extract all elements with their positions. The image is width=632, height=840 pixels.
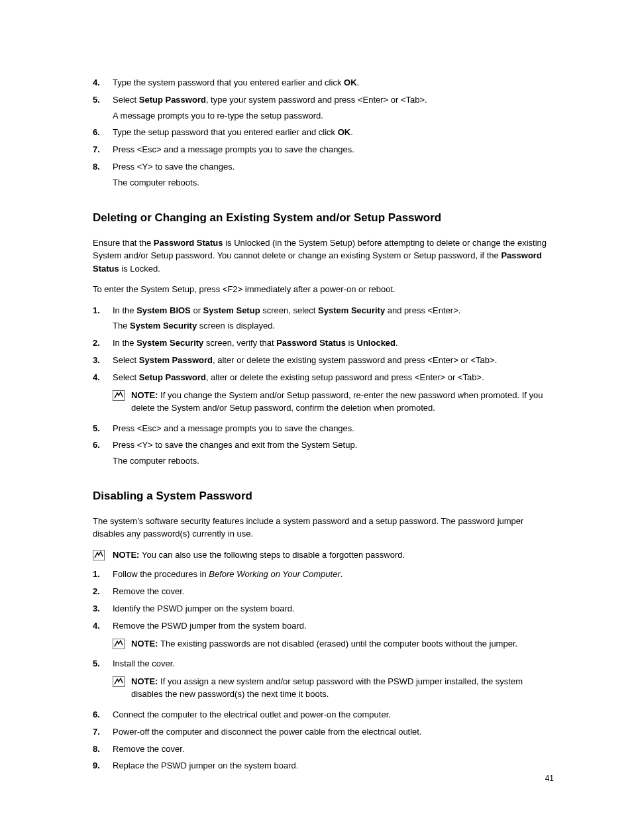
step-body: Follow the procedures in Before Working … <box>113 568 556 582</box>
text-run: NOTE: <box>131 676 160 686</box>
text-run: and press <Enter>. <box>385 305 460 315</box>
step-item: 5.Press <Esc> and a message prompts you … <box>93 422 556 436</box>
step-body: Type the system password that you entere… <box>113 76 556 90</box>
step-body: Remove the cover. <box>113 743 556 757</box>
step-item: 4.Select Setup Password, alter or delete… <box>93 371 556 419</box>
step-item: 7.Power-off the computer and disconnect … <box>93 725 556 739</box>
step-text: Remove the cover. <box>113 585 556 599</box>
text-run: System Password <box>139 355 213 365</box>
text-run: NOTE: <box>131 639 160 649</box>
text-run: Select <box>113 355 139 365</box>
text-run: In the <box>113 305 136 315</box>
step-item: 9.Replace the PSWD jumper on the system … <box>93 759 556 773</box>
section3-top-note: NOTE: You can also use the following ste… <box>93 549 556 562</box>
text-run: Type the setup password that you entered… <box>113 127 338 137</box>
heading-disabling: Disabling a System Password <box>93 490 556 503</box>
text-run: Password Status <box>276 338 346 348</box>
step-text: Select Setup Password, alter or delete t… <box>113 371 556 385</box>
text-run: OK <box>338 127 351 137</box>
step-number: 8. <box>93 160 113 174</box>
step-body: Identify the PSWD jumper on the system b… <box>113 602 556 616</box>
text-run: NOTE: <box>131 390 160 400</box>
step-number: 3. <box>93 354 113 368</box>
step-text: Press <Y> to save the changes. <box>113 160 556 174</box>
heading-deleting-changing: Deleting or Changing an Existing System … <box>93 211 556 225</box>
text-run: is <box>346 338 357 348</box>
text-run: screen, select <box>260 305 318 315</box>
text-run: . <box>341 569 343 579</box>
text-run: Setup Password <box>139 372 206 382</box>
step-body: In the System Security screen, verify th… <box>113 337 556 350</box>
step-subtext: A message prompts you to re-type the set… <box>113 109 556 123</box>
text-run: Select <box>113 95 139 105</box>
step-item: 1.Follow the procedures in Before Workin… <box>93 568 556 582</box>
section2-intro1: Ensure that the Password Status is Unloc… <box>93 236 556 276</box>
text-run: In the <box>113 338 136 348</box>
step-number: 3. <box>93 602 113 616</box>
text-run: , type your system password and press <E… <box>206 95 427 105</box>
step-item: 5.Install the cover.NOTE: If you assign … <box>93 657 556 705</box>
step-text: Install the cover. <box>113 657 556 671</box>
note-text: NOTE: You can also use the following ste… <box>113 549 556 562</box>
text-run: Press <Esc> and a message prompts you to… <box>113 144 354 154</box>
step-body: Press <Y> to save the changes and exit f… <box>113 439 556 468</box>
step-body: Press <Y> to save the changes.The comput… <box>113 160 556 190</box>
text-run: The <box>113 321 130 331</box>
text-run: Type the system password that you entere… <box>113 78 344 87</box>
step-number: 2. <box>93 337 113 350</box>
step-number: 9. <box>93 759 113 773</box>
section3-intro: The system's software security features … <box>93 515 556 541</box>
step-number: 5. <box>93 93 113 107</box>
text-run: OK <box>344 78 357 87</box>
text-run: Press <Esc> and a message prompts you to… <box>113 423 354 433</box>
step-text: In the System BIOS or System Setup scree… <box>113 304 556 318</box>
step-item: 6.Type the setup password that you enter… <box>93 126 556 140</box>
step-item: 6.Connect the computer to the electrical… <box>93 708 556 722</box>
text-run: System Setup <box>203 305 260 315</box>
text-run: Follow the procedures in <box>113 569 209 579</box>
step-item: 4.Remove the PSWD jumper from the system… <box>93 619 556 654</box>
step-subtext: The computer reboots. <box>113 176 556 190</box>
step-number: 1. <box>93 304 113 318</box>
text-run: System BIOS <box>136 305 191 315</box>
step-number: 5. <box>93 422 113 436</box>
step-text: Remove the PSWD jumper from the system b… <box>113 619 556 633</box>
text-run: System Security <box>136 338 203 348</box>
section1-steps: 4.Type the system password that you ente… <box>93 76 556 190</box>
step-item: 5.Select Setup Password, type your syste… <box>93 93 556 123</box>
note-text: NOTE: If you change the System and/or Se… <box>131 389 556 415</box>
step-item: 2.Remove the cover. <box>93 585 556 599</box>
step-text: Select System Password, alter or delete … <box>113 354 556 368</box>
step-text: Press <Esc> and a message prompts you to… <box>113 422 556 436</box>
text-run: Replace the PSWD jumper on the system bo… <box>113 761 298 770</box>
step-number: 6. <box>93 126 113 140</box>
text-run: Press <Y> to save the changes. <box>113 162 235 172</box>
step-text: Power-off the computer and disconnect th… <box>113 725 556 739</box>
step-number: 2. <box>93 585 113 599</box>
text-run: Install the cover. <box>113 658 175 668</box>
step-item: 3.Select System Password, alter or delet… <box>93 354 556 368</box>
step-number: 7. <box>93 725 113 739</box>
note-text: NOTE: If you assign a new system and/or … <box>131 675 556 701</box>
text-run: Connect the computer to the electrical o… <box>113 709 391 719</box>
step-item: 8.Press <Y> to save the changes.The comp… <box>93 160 556 190</box>
note-icon <box>113 676 125 687</box>
step-text: Replace the PSWD jumper on the system bo… <box>113 759 556 773</box>
text-run: Press <Y> to save the changes and exit f… <box>113 440 357 450</box>
step-number: 4. <box>93 619 113 633</box>
step-body: Replace the PSWD jumper on the system bo… <box>113 759 556 773</box>
step-item: 1.In the System BIOS or System Setup scr… <box>93 304 556 334</box>
step-item: 3.Identify the PSWD jumper on the system… <box>93 602 556 616</box>
text-run: The existing passwords are not disabled … <box>160 639 517 649</box>
step-text: Remove the cover. <box>113 743 556 757</box>
text-run: Remove the cover. <box>113 744 184 754</box>
step-body: Press <Esc> and a message prompts you to… <box>113 422 556 436</box>
step-number: 8. <box>93 743 113 757</box>
text-run: Identify the PSWD jumper on the system b… <box>113 604 295 613</box>
step-note: NOTE: If you change the System and/or Se… <box>113 389 556 415</box>
step-note: NOTE: The existing passwords are not dis… <box>113 637 556 651</box>
step-text: Connect the computer to the electrical o… <box>113 708 556 722</box>
step-body: Connect the computer to the electrical o… <box>113 708 556 722</box>
step-item: 8.Remove the cover. <box>93 743 556 757</box>
text-run: or <box>191 305 203 315</box>
